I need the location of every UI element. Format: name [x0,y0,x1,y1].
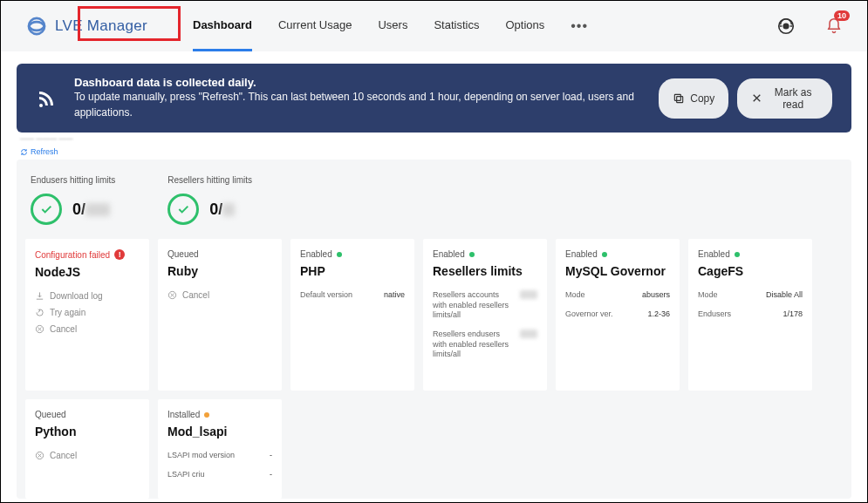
governor-ver-row: Governor ver.1.2-36 [565,309,670,320]
cards-row-1: Configuration failed! NodeJS Download lo… [25,239,843,391]
refresh-label: Refresh [31,147,58,156]
card-title: Ruby [167,264,272,278]
card-mod-lsapi: Installed Mod_lsapi LSAPI mod version- L… [158,399,282,499]
status-enabled: Enabled [565,249,670,259]
cancel-action[interactable]: Cancel [35,451,140,460]
download-icon [35,291,44,301]
banner-actions: Copy Mark as read [659,78,832,119]
brand-area: LVE Manager [25,15,147,37]
info-banner: Dashboard data is collected daily. To up… [17,64,851,133]
nav-users[interactable]: Users [378,1,407,51]
main-nav: Dashboard Current Usage Users Statistics… [193,1,588,51]
status-enabled: Enabled [300,249,405,259]
topbar-icons: 10 [776,17,843,36]
close-icon [751,92,762,104]
nav-dashboard[interactable]: Dashboard [193,1,252,51]
content-panel: Endusers hitting limits 0/ Resellers hit… [17,160,851,499]
banner-title: Dashboard data is collected daily. [74,76,659,89]
card-cagefs: Enabled CageFS ModeDisable All Endusers1… [688,239,812,391]
cards-row-2: Queued Python Cancel Installed Mod_lsapi… [25,399,843,499]
resellers-endusers-row: Resellers endusers with enabled reseller… [433,330,537,360]
check-icon [31,194,62,225]
cancel-icon [35,451,44,460]
alert-icon: ! [114,249,125,260]
card-nodejs: Configuration failed! NodeJS Download lo… [25,239,149,391]
card-php: Enabled PHP Default versionnative [290,239,414,391]
lsapi-mod-version-row: LSAPI mod version- [167,451,272,461]
endusers-limit: Endusers hitting limits 0/ [31,175,115,225]
check-icon [167,194,199,225]
download-log-action[interactable]: Download log [35,291,140,301]
status-dot-icon [204,412,209,418]
nav-more[interactable]: ••• [571,1,588,51]
card-python: Queued Python Cancel [25,399,149,499]
rss-icon [36,88,57,109]
endusers-label: Endusers hitting limits [31,175,115,185]
try-again-action[interactable]: Try again [35,308,140,317]
support-icon[interactable] [776,17,796,36]
status-failed: Configuration failed! [35,249,140,260]
resellers-limit: Resellers hitting limits 0/ [167,175,252,225]
status-enabled: Enabled [698,249,803,259]
svg-point-0 [29,18,44,34]
copy-button[interactable]: Copy [659,78,728,119]
card-resellers-limits: Enabled Resellers limits Resellers accou… [423,239,547,391]
card-title: MySQL Governor [565,264,670,278]
mark-read-label: Mark as read [768,86,818,111]
svg-point-2 [783,24,789,29]
card-title: PHP [300,264,405,278]
banner-text: To update manually, press "Refresh". Thi… [74,89,659,120]
resellers-value: 0/ [209,201,235,219]
card-mysql-governor: Enabled MySQL Governor Modeabusers Gover… [556,239,680,391]
card-title: Resellers limits [433,264,537,278]
card-title: Python [35,425,140,438]
card-title: NodeJS [35,265,140,279]
topbar: LVE Manager Dashboard Current Usage User… [1,1,867,51]
notification-count: 10 [834,10,850,21]
copy-label: Copy [690,92,714,105]
cancel-action[interactable]: Cancel [35,324,140,334]
blurred-subtext: —— ——— —— [20,134,867,142]
endusers-value: 0/ [72,201,110,219]
svg-rect-4 [675,94,681,100]
mode-row: Modeabusers [565,290,670,301]
brand-text: LVE Manager [55,17,147,35]
nav-current-usage[interactable]: Current Usage [278,1,352,51]
cancel-icon [167,290,177,300]
endusers-row: Endusers1/178 [698,309,803,320]
nav-options[interactable]: Options [505,1,544,51]
status-installed: Installed [167,410,272,419]
default-version-row: Default versionnative [300,290,405,301]
refresh-link[interactable]: Refresh [20,147,867,156]
notifications-icon[interactable]: 10 [825,17,843,35]
resellers-accounts-row: Resellers accounts with enabled reseller… [433,290,537,321]
status-queued: Queued [167,249,272,259]
lsapi-criu-row: LSAPI criu- [167,470,272,480]
mode-row: ModeDisable All [698,290,803,301]
retry-icon [35,308,44,317]
cancel-icon [35,324,44,334]
status-dot-icon [735,252,740,257]
brand-logo-icon [25,15,48,37]
copy-icon [673,92,685,105]
card-ruby: Queued Ruby Cancel [158,239,282,391]
status-enabled: Enabled [433,249,537,259]
banner-content: Dashboard data is collected daily. To up… [74,76,659,120]
card-title: Mod_lsapi [167,425,272,438]
resellers-label: Resellers hitting limits [167,175,252,185]
nav-statistics[interactable]: Statistics [434,1,479,51]
mark-read-button[interactable]: Mark as read [737,78,832,119]
refresh-icon [20,148,28,156]
status-dot-icon [602,252,607,257]
status-dot-icon [469,252,475,257]
card-title: CageFS [698,264,803,278]
cancel-action[interactable]: Cancel [167,290,272,300]
status-queued: Queued [35,410,140,419]
limits-row: Endusers hitting limits 0/ Resellers hit… [25,172,843,239]
status-dot-icon [337,252,342,257]
svg-rect-3 [677,96,683,102]
